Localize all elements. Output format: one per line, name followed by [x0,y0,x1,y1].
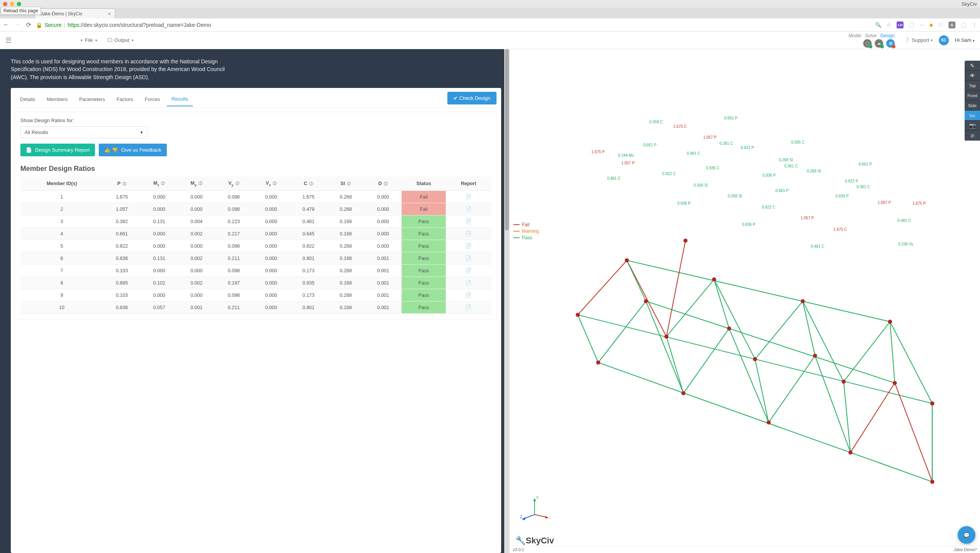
svg-line-19 [683,328,729,393]
view-front[interactable]: Front [965,91,980,101]
svg-point-51 [683,238,688,243]
svg-line-3 [666,337,683,393]
reload-icon[interactable]: ⟳ [26,21,31,28]
svg-line-4 [755,359,769,422]
edit-icon[interactable]: ✎ [965,61,980,71]
scrollbar[interactable] [504,49,510,553]
col-status[interactable]: Status [402,177,445,191]
mode-design-icon[interactable]: ▤ [886,39,895,48]
chat-bubble[interactable]: 💬 [958,526,975,544]
check-design-button[interactable]: ✔ Check Design [447,92,497,104]
svg-line-14 [890,322,932,404]
svg-point-47 [801,299,805,303]
ext-icon[interactable]: ◯ [909,22,915,28]
mode-model[interactable]: Model [849,33,861,38]
svg-point-42 [930,480,935,484]
close-icon[interactable]: × [108,10,111,17]
col-mz[interactable]: Mz ⓘ [141,177,178,191]
model-viewer[interactable]: 0.359 C1.675 C0.661 P1.057 P0.935 C0.381… [510,49,980,553]
view-iso[interactable]: Iso [965,111,980,121]
hamburger-icon[interactable]: ☰ [5,36,12,45]
ext-icon[interactable]: ☷ [938,22,943,28]
star-icon[interactable]: ☆ [887,22,891,28]
url-protocol: https [68,22,79,28]
report-icon[interactable]: 📄 [446,289,492,301]
tab-factors[interactable]: Factors [112,93,138,106]
col-my[interactable]: My ⓘ [178,177,215,191]
tab-forces[interactable]: Forces [140,93,164,106]
svg-point-48 [813,354,817,358]
report-icon[interactable]: 📄 [446,203,492,215]
svg-line-5 [844,382,850,452]
search-icon[interactable]: 🔍 [875,22,881,28]
filename: Jake-Demo* [953,547,977,552]
report-icon[interactable]: 📄 [446,301,492,314]
ext-lh[interactable]: LH [897,22,904,28]
ext-icon[interactable]: ◯ [961,22,967,28]
view-toolbar: ✎ 👁 Top Front Side Iso 📷 ⎚ [965,61,980,141]
svg-line-7 [578,260,627,315]
support-menu[interactable]: ❔ Support ▾ [904,37,933,43]
ext-icon[interactable]: ◇ [920,22,924,28]
col-c[interactable]: C ⓘ [290,177,327,191]
tab-members[interactable]: Members [42,93,72,106]
col-vz[interactable]: Vz ⓘ [252,177,290,191]
col-p[interactable]: P ⓘ [103,177,141,191]
view-side[interactable]: Side [965,101,980,111]
col-report[interactable]: Report [446,177,492,191]
col-sl[interactable]: Sl ⓘ [327,177,364,191]
design-summary-button[interactable]: 📄 Design Summary Report [20,144,95,156]
svg-line-2 [578,315,598,363]
report-icon[interactable]: 📄 [446,228,492,240]
output-menu[interactable]: 🖵 Output ▾ [107,37,134,43]
tab-parameters[interactable]: Parameters [75,93,110,106]
eye-icon[interactable]: 👁 [965,71,980,81]
svg-point-46 [727,326,731,331]
report-icon[interactable]: 📄 [446,215,492,228]
mode-design[interactable]: Design [880,33,895,38]
browser-tab[interactable]: *Jake-Demo | SkyCiv × [35,8,115,18]
url-bar: ← → ⟳ 🔒 Secure | https://dev.skyciv.com/… [0,18,980,31]
svg-line-26 [627,260,646,301]
svg-line-22 [815,356,850,452]
mode-solve-icon[interactable]: ☁ [875,39,883,48]
report-icon[interactable]: 📄 [446,277,492,289]
svg-point-37 [753,357,757,361]
svg-text:Z: Z [520,515,522,519]
menu-icon[interactable]: ⋮ [972,22,977,28]
greeting[interactable]: Hi Sam ▾ [955,37,975,43]
report-icon[interactable]: 📄 [446,191,492,203]
svg-line-15 [627,260,890,322]
svg-line-17 [598,301,646,363]
svg-marker-55 [533,498,536,501]
address-field[interactable]: 🔒 Secure | https://dev.skyciv.com/struct… [36,22,870,28]
view-top[interactable]: Top [965,81,980,91]
mode-solve[interactable]: Solve [865,33,877,38]
mac-min-dot[interactable] [10,2,14,6]
avatar[interactable]: SC [939,35,949,45]
back-icon[interactable]: ← [3,21,9,28]
report-icon[interactable]: 📄 [446,265,492,277]
svg-line-13 [844,322,890,382]
camera-icon[interactable]: 📷 [965,121,980,131]
mac-close-dot[interactable] [3,2,7,6]
file-menu[interactable]: ▪ File ▾ [81,37,97,43]
mode-model-icon[interactable]: ⬚ [863,39,872,48]
col-d[interactable]: D ⓘ [364,177,402,191]
col-vy[interactable]: Vy ⓘ [215,177,252,191]
ext-g[interactable]: G [948,22,955,28]
col-member[interactable]: Member ID(s) [20,177,103,191]
cast-icon[interactable]: ⎚ [965,131,980,141]
svg-line-24 [895,383,932,482]
feedback-button[interactable]: 👍 👎 Give us Feedback [99,144,166,156]
report-icon[interactable]: 📄 [446,252,492,265]
svg-point-39 [842,379,846,384]
ratios-select[interactable]: All Results ▾ [20,126,147,138]
ext-icon[interactable]: ◆ [929,22,933,28]
axes-triad: X Y Z [519,495,550,522]
table-row: 30.3820.1310.0040.2230.0000.4810.1680.00… [20,215,492,228]
report-icon[interactable]: 📄 [446,240,492,252]
mac-max-dot[interactable] [17,2,21,6]
tab-results[interactable]: Results [167,93,193,106]
tab-details[interactable]: Details [15,93,40,106]
